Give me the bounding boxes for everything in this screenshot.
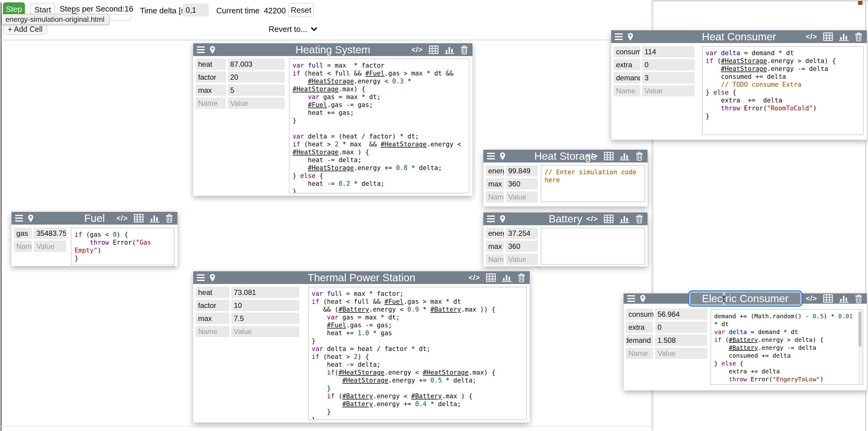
code-scrollbar[interactable] [858, 310, 862, 384]
variable-name-cell[interactable]: consumed [626, 309, 653, 320]
chart-view-icon[interactable] [444, 46, 454, 54]
add-cell-button[interactable]: + Add Cell [3, 24, 47, 34]
variable-value-cell[interactable]: Value [655, 348, 707, 359]
location-pin-icon[interactable] [500, 152, 505, 160]
variable-name-cell[interactable]: max [196, 313, 229, 324]
variable-value-cell[interactable]: 0 [642, 59, 695, 70]
variable-name-cell[interactable]: extra [626, 322, 653, 333]
variable-name-cell[interactable]: factor [196, 71, 226, 83]
chart-view-icon[interactable] [620, 152, 629, 160]
chart-view-icon[interactable] [839, 294, 848, 303]
table-view-icon[interactable] [823, 32, 833, 41]
variable-name-cell[interactable]: heat [196, 287, 229, 298]
variable-name-cell[interactable]: Name [486, 191, 504, 202]
variable-name-cell[interactable]: max [486, 178, 504, 190]
code-view-icon[interactable]: </> [411, 46, 423, 54]
chart-view-icon[interactable] [620, 214, 629, 223]
variable-value-cell[interactable]: 56.964 [655, 309, 707, 320]
location-pin-icon[interactable] [28, 214, 34, 223]
chart-view-icon[interactable] [150, 214, 159, 223]
code-editor[interactable]: var full = max * factor;if (heat < full … [308, 287, 527, 420]
variable-value-cell[interactable]: 99.849 [506, 165, 538, 176]
variable-value-cell[interactable]: 360 [506, 241, 538, 252]
variable-value-cell[interactable]: 114 [642, 46, 695, 57]
menu-icon[interactable] [615, 33, 623, 40]
variable-value-cell[interactable]: Value [506, 191, 538, 202]
panel-header[interactable]: Fuel</> [11, 212, 178, 225]
reset-button[interactable]: Reset [288, 3, 314, 17]
table-view-icon[interactable] [604, 214, 614, 223]
location-pin-icon[interactable] [210, 46, 215, 54]
location-pin-icon[interactable] [627, 33, 633, 41]
variable-name-cell[interactable]: consumed [614, 46, 640, 57]
code-view-icon[interactable]: </> [468, 274, 480, 282]
revert-to-dropdown[interactable]: Revert to... [269, 24, 317, 34]
delete-icon[interactable] [855, 294, 863, 303]
panel-header[interactable]: Thermal Power Station</> [193, 271, 530, 284]
panel-header[interactable]: Battery</> [484, 212, 648, 225]
variable-value-cell[interactable]: Value [34, 241, 66, 252]
variable-value-cell[interactable]: 37.254 [506, 228, 538, 239]
variable-value-cell[interactable]: 7.5 [231, 313, 299, 324]
code-view-icon[interactable]: </> [806, 294, 817, 303]
variable-value-cell[interactable]: 5 [228, 85, 285, 96]
panel-header[interactable]: Heating System</> [193, 44, 472, 56]
variable-name-cell[interactable]: factor [196, 300, 229, 311]
location-pin-icon[interactable] [640, 295, 646, 303]
variable-value-cell[interactable]: 0 [655, 322, 707, 333]
table-view-icon[interactable] [134, 214, 144, 223]
variable-name-cell[interactable]: max [486, 241, 504, 252]
variable-name-cell[interactable]: Name [14, 241, 32, 252]
variable-value-cell[interactable]: 35483.75 [34, 228, 66, 239]
variable-value-cell[interactable]: 20 [228, 71, 285, 83]
location-pin-icon[interactable] [500, 215, 505, 223]
code-editor[interactable]: var full = max * factorif (heat < full &… [289, 58, 469, 193]
code-editor[interactable]: if (gas < 0) { throw Error("GasEmpty")} [71, 228, 175, 265]
code-editor[interactable]: var delta = demand * dtif (#HeatStorage.… [702, 46, 864, 135]
variable-name-cell[interactable]: Name [196, 97, 226, 109]
variable-value-cell[interactable]: 87.003 [228, 58, 285, 70]
variable-value-cell[interactable]: 1.508 [655, 335, 707, 346]
variable-value-cell[interactable]: Value [228, 97, 285, 109]
variable-name-cell[interactable]: Name [626, 348, 653, 359]
menu-icon[interactable] [197, 47, 205, 53]
panel-header[interactable]: Heat Consumer</> [611, 30, 867, 43]
table-view-icon[interactable] [604, 152, 614, 160]
variable-name-cell[interactable]: energy [486, 228, 504, 239]
variable-name-cell[interactable]: Name [486, 254, 504, 265]
variable-value-cell[interactable]: 10 [231, 300, 299, 311]
delete-icon[interactable] [636, 214, 643, 223]
code-editor[interactable] [541, 228, 645, 265]
variable-value-cell[interactable]: Value [642, 85, 695, 96]
menu-icon[interactable] [627, 295, 635, 302]
code-view-icon[interactable]: </> [586, 214, 598, 223]
variable-name-cell[interactable]: Name [614, 85, 640, 96]
variable-name-cell[interactable]: demand [614, 72, 640, 83]
variable-value-cell[interactable]: 73.081 [231, 287, 299, 298]
code-scrollbar-thumb[interactable] [859, 312, 861, 347]
panel-header[interactable]: Heat Storage</> [484, 150, 648, 163]
table-view-icon[interactable] [429, 46, 438, 54]
variable-value-cell[interactable]: 3 [642, 72, 695, 83]
variable-value-cell[interactable]: 360 [506, 178, 538, 190]
menu-icon[interactable] [197, 274, 205, 281]
delete-icon[interactable] [855, 32, 863, 41]
variable-name-cell[interactable]: heat [196, 58, 226, 70]
panel-header[interactable]: Electric Consumer</> [624, 293, 867, 304]
delete-icon[interactable] [518, 274, 525, 282]
variable-name-cell[interactable]: energy [486, 165, 504, 176]
code-editor[interactable]: demand += (Math.random() - 0.5) * 0.01* … [711, 309, 863, 385]
variable-name-cell[interactable]: demand [626, 335, 653, 346]
delete-icon[interactable] [165, 214, 173, 223]
variable-name-cell[interactable]: max [196, 85, 226, 96]
variable-name-cell[interactable]: extra [614, 59, 640, 70]
table-view-icon[interactable] [486, 274, 496, 282]
menu-icon[interactable] [487, 216, 495, 222]
time-delta-input[interactable]: 0,1 [183, 4, 209, 17]
code-editor[interactable]: // Enter simulation codehere [541, 165, 645, 202]
chart-view-icon[interactable] [502, 274, 512, 282]
table-view-icon[interactable] [823, 294, 833, 303]
code-view-icon[interactable]: </> [116, 214, 128, 223]
menu-icon[interactable] [15, 215, 23, 222]
variable-value-cell[interactable]: Value [506, 254, 538, 265]
